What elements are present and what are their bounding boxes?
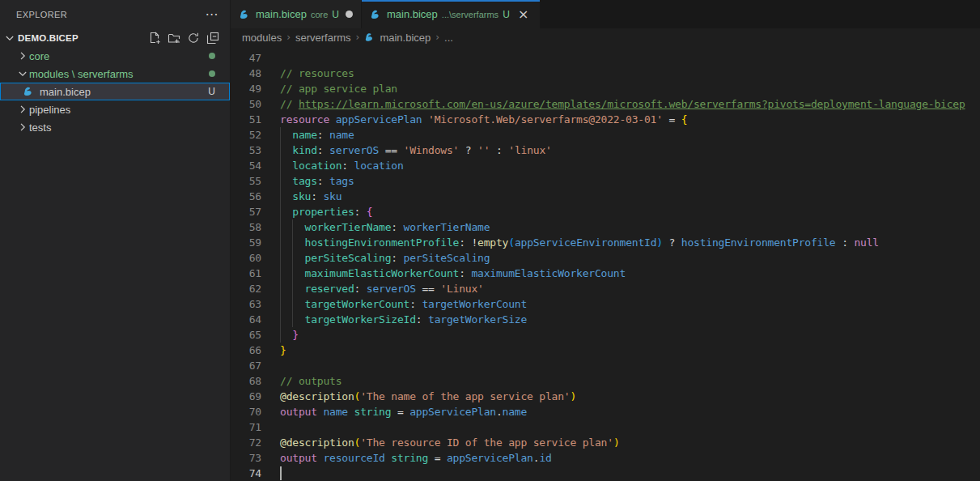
- collapse-all-icon[interactable]: [206, 31, 220, 45]
- code-line-71[interactable]: 71: [231, 419, 980, 435]
- code-line-51[interactable]: 51resource appServicePlan 'Microsoft.Web…: [231, 112, 980, 127]
- code-line-65[interactable]: 65 }: [231, 327, 980, 343]
- tree-item-modules-serverfarms[interactable]: modules \ serverfarms: [0, 65, 230, 83]
- line-text: hostingEnvironmentProfile: !empty(appSer…: [280, 235, 980, 250]
- code-line-48[interactable]: 48// resources: [231, 66, 980, 81]
- tree-item-label: pipelines: [29, 104, 70, 116]
- line-number[interactable]: 66: [231, 343, 261, 358]
- bicep-icon: [364, 32, 376, 44]
- code-line-47[interactable]: 47: [231, 50, 980, 66]
- code-line-67[interactable]: 67: [231, 358, 980, 373]
- line-number[interactable]: 62: [231, 281, 261, 296]
- tree-item-core[interactable]: core: [0, 47, 230, 65]
- line-number[interactable]: 50: [231, 96, 261, 112]
- project-root-row[interactable]: DEMO.BICEP: [0, 28, 230, 47]
- new-file-icon[interactable]: [147, 31, 162, 45]
- code-line-59[interactable]: 59 hostingEnvironmentProfile: !empty(app…: [231, 235, 980, 250]
- code-token: workerTierName: [280, 221, 391, 233]
- code-line-57[interactable]: 57 properties: {: [231, 204, 980, 219]
- indent-guide: [292, 281, 293, 296]
- code-line-73[interactable]: 73output resourceId string = appServiceP…: [231, 450, 980, 466]
- line-number[interactable]: 64: [231, 312, 261, 327]
- code-token: tags: [280, 175, 317, 187]
- code-line-56[interactable]: 56 sku: sku: [231, 189, 980, 204]
- line-number[interactable]: 70: [231, 404, 261, 419]
- code-line-58[interactable]: 58 workerTierName: workerTierName: [231, 219, 980, 235]
- chevron-right-icon[interactable]: [16, 103, 29, 116]
- code-line-69[interactable]: 69@description('The name of the app serv…: [231, 389, 980, 404]
- code-line-55[interactable]: 55 tags: tags: [231, 173, 980, 189]
- code-token: :: [317, 129, 329, 141]
- code-line-72[interactable]: 72@description('The resource ID of the a…: [231, 435, 980, 450]
- code-token: serverOS: [367, 283, 416, 295]
- line-number[interactable]: 47: [231, 50, 261, 66]
- line-number[interactable]: 74: [231, 466, 261, 481]
- tree-item-label: core: [29, 50, 49, 62]
- breadcrumb-item-main-bicep[interactable]: main.bicep: [380, 32, 431, 44]
- breadcrumb-item--[interactable]: ...: [444, 32, 453, 44]
- indent-guide: [280, 204, 281, 219]
- more-actions-icon[interactable]: ⋯: [206, 11, 218, 19]
- tree-item-tests[interactable]: tests: [0, 118, 230, 136]
- line-number[interactable]: 59: [231, 235, 261, 250]
- chevron-right-icon[interactable]: [16, 121, 29, 134]
- breadcrumb-separator-icon: ›: [356, 32, 360, 43]
- line-number[interactable]: 54: [231, 158, 261, 173]
- close-icon[interactable]: ×: [515, 6, 532, 23]
- code-line-54[interactable]: 54 location: location: [231, 158, 980, 173]
- code-link[interactable]: https://learn.microsoft.com/en-us/azure/…: [299, 98, 965, 110]
- breadcrumb-item-modules[interactable]: modules: [242, 32, 282, 44]
- code-line-74[interactable]: 74: [231, 466, 980, 481]
- tab-main-bicep-core[interactable]: main.bicepcoreU: [231, 0, 362, 28]
- code-line-62[interactable]: 62 reserved: serverOS == 'Linux': [231, 281, 980, 296]
- line-number[interactable]: 67: [231, 358, 261, 373]
- code-token: output: [280, 452, 323, 464]
- code-line-60[interactable]: 60 perSiteScaling: perSiteScaling: [231, 250, 980, 266]
- chevron-down-icon[interactable]: [16, 67, 29, 80]
- code-line-70[interactable]: 70output name string = appServicePlan.na…: [231, 404, 980, 419]
- tree-item-pipelines[interactable]: pipelines: [0, 100, 230, 118]
- code-token: // outputs: [280, 375, 342, 387]
- line-number[interactable]: 57: [231, 204, 261, 219]
- line-number[interactable]: 69: [231, 389, 261, 404]
- chevron-down-icon[interactable]: [3, 32, 16, 45]
- line-number[interactable]: 56: [231, 189, 261, 204]
- line-number[interactable]: 61: [231, 266, 261, 281]
- code-editor[interactable]: 4748// resources49// app service plan50/…: [231, 46, 980, 481]
- indent-guide: [292, 312, 293, 327]
- new-folder-icon[interactable]: [167, 31, 181, 45]
- line-number[interactable]: 52: [231, 127, 261, 143]
- code-line-50[interactable]: 50// https://learn.microsoft.com/en-us/a…: [231, 96, 980, 112]
- line-number[interactable]: 49: [231, 81, 261, 96]
- line-number[interactable]: 73: [231, 450, 261, 466]
- line-number[interactable]: 53: [231, 143, 261, 158]
- chevron-right-icon[interactable]: [16, 49, 29, 62]
- code-line-49[interactable]: 49// app service plan: [231, 81, 980, 96]
- code-token: .: [496, 406, 503, 418]
- line-number[interactable]: 55: [231, 173, 261, 189]
- code-line-63[interactable]: 63 targetWorkerCount: targetWorkerCount: [231, 296, 980, 312]
- line-number[interactable]: 71: [231, 419, 261, 435]
- code-line-52[interactable]: 52 name: name: [231, 127, 980, 143]
- line-number[interactable]: 51: [231, 112, 261, 127]
- tree-item-main-bicep[interactable]: main.bicepU: [0, 83, 230, 100]
- code-token: ): [570, 390, 576, 402]
- code-line-64[interactable]: 64 targetWorkerSizeId: targetWorkerSize: [231, 312, 980, 327]
- code-line-68[interactable]: 68// outputs: [231, 373, 980, 389]
- code-line-66[interactable]: 66}: [231, 343, 980, 358]
- line-number[interactable]: 72: [231, 435, 261, 450]
- line-number[interactable]: 63: [231, 296, 261, 312]
- line-number[interactable]: 65: [231, 327, 261, 343]
- code-line-53[interactable]: 53 kind: serverOS == 'Windows' ? '' : 'l…: [231, 143, 980, 158]
- line-number[interactable]: 60: [231, 250, 261, 266]
- code-line-61[interactable]: 61 maximumElasticWorkerCount: maximumEla…: [231, 266, 980, 281]
- line-number[interactable]: 68: [231, 373, 261, 389]
- breadcrumb-item-serverfarms[interactable]: serverfarms: [295, 32, 351, 44]
- modified-dot-icon[interactable]: [346, 11, 353, 18]
- tab-main-bicep-serverfarms[interactable]: main.bicep...\serverfarmsU×: [362, 0, 541, 28]
- code-token: =: [428, 452, 447, 464]
- line-number[interactable]: 48: [231, 66, 261, 81]
- bicep-icon: [239, 8, 252, 21]
- refresh-icon[interactable]: [186, 31, 201, 45]
- line-number[interactable]: 58: [231, 219, 261, 235]
